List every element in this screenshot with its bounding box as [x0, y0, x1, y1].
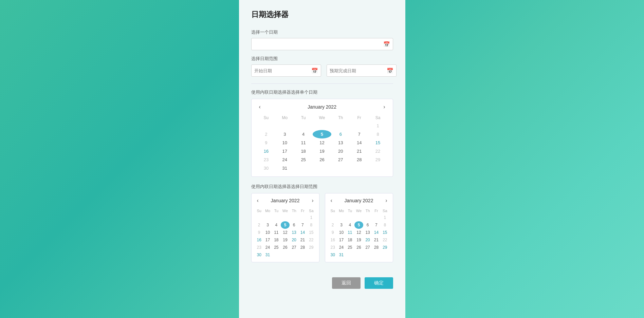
calendar-day[interactable]: 31 — [275, 164, 294, 172]
calendar-day[interactable]: 8 — [381, 221, 389, 229]
calendar-day[interactable]: 26 — [313, 155, 331, 164]
calendar-day[interactable]: 5 — [281, 221, 290, 229]
calendar-day[interactable]: 12 — [313, 138, 331, 147]
right-cal-next[interactable]: › — [383, 197, 389, 204]
calendar-day[interactable]: 27 — [290, 244, 298, 251]
calendar-day[interactable]: 6 — [290, 221, 298, 229]
calendar-day[interactable]: 16 — [255, 236, 263, 244]
calendar-day[interactable]: 14 — [298, 229, 307, 236]
calendar-day[interactable]: 8 — [369, 130, 387, 138]
calendar-day[interactable]: 22 — [307, 236, 315, 244]
calendar-day[interactable]: 5 — [313, 130, 331, 138]
calendar-day[interactable]: 4 — [272, 221, 280, 229]
calendar-day[interactable]: 17 — [263, 236, 272, 244]
start-date-input[interactable] — [254, 68, 311, 73]
calendar-day[interactable]: 15 — [307, 229, 315, 236]
calendar-day[interactable]: 26 — [354, 244, 364, 251]
calendar-day[interactable]: 2 — [255, 221, 263, 229]
calendar-day[interactable]: 27 — [331, 155, 350, 164]
start-date-calendar-icon[interactable]: 📅 — [311, 68, 318, 74]
calendar-day[interactable]: 31 — [263, 251, 272, 259]
calendar-day[interactable]: 30 — [257, 164, 276, 172]
calendar-day[interactable]: 4 — [294, 130, 313, 138]
cancel-button[interactable]: 返回 — [332, 277, 361, 289]
single-date-input[interactable] — [254, 42, 383, 47]
calendar-day[interactable]: 24 — [275, 155, 294, 164]
left-cal-prev[interactable]: ‹ — [255, 197, 261, 204]
calendar-day[interactable]: 29 — [307, 244, 315, 251]
calendar-day[interactable]: 3 — [263, 221, 272, 229]
calendar-day[interactable]: 27 — [363, 244, 372, 251]
calendar-day[interactable]: 19 — [313, 147, 331, 155]
calendar-day[interactable]: 29 — [381, 244, 389, 251]
confirm-button[interactable]: 确定 — [365, 277, 393, 289]
calendar-day[interactable]: 9 — [255, 229, 263, 236]
calendar-day[interactable]: 11 — [272, 229, 280, 236]
calendar-day[interactable]: 13 — [290, 229, 298, 236]
calendar-day[interactable]: 24 — [263, 244, 272, 251]
calendar-day[interactable]: 6 — [363, 221, 372, 229]
calendar-day[interactable]: 10 — [337, 229, 346, 236]
calendar-day[interactable]: 24 — [337, 244, 346, 251]
calendar-day[interactable]: 17 — [337, 236, 346, 244]
calendar-day[interactable]: 7 — [372, 221, 381, 229]
calendar-day[interactable]: 21 — [350, 147, 369, 155]
calendar-day[interactable]: 2 — [329, 221, 337, 229]
calendar-day[interactable]: 4 — [346, 221, 354, 229]
calendar-day[interactable]: 30 — [255, 251, 263, 259]
calendar-day[interactable]: 29 — [369, 155, 387, 164]
calendar-day[interactable]: 21 — [372, 236, 381, 244]
calendar-day[interactable]: 20 — [363, 236, 372, 244]
calendar-day[interactable]: 11 — [346, 229, 354, 236]
calendar-day[interactable]: 19 — [281, 236, 290, 244]
calendar-day[interactable]: 20 — [331, 147, 350, 155]
calendar-day[interactable]: 3 — [275, 130, 294, 138]
calendar-day[interactable]: 10 — [275, 138, 294, 147]
calendar-day[interactable]: 14 — [372, 229, 381, 236]
calendar-day[interactable]: 31 — [337, 251, 346, 259]
calendar-day[interactable]: 9 — [257, 138, 276, 147]
calendar-day[interactable]: 23 — [257, 155, 276, 164]
calendar-day[interactable]: 28 — [298, 244, 307, 251]
calendar-day[interactable]: 7 — [298, 221, 307, 229]
calendar-day[interactable]: 21 — [298, 236, 307, 244]
calendar-day[interactable]: 12 — [281, 229, 290, 236]
calendar-day[interactable]: 20 — [290, 236, 298, 244]
calendar-day[interactable]: 30 — [329, 251, 337, 259]
calendar-day[interactable]: 14 — [350, 138, 369, 147]
end-date-input[interactable] — [330, 68, 387, 73]
calendar-day[interactable]: 1 — [307, 214, 315, 221]
calendar-day[interactable]: 28 — [350, 155, 369, 164]
calendar-day[interactable]: 15 — [369, 138, 387, 147]
calendar-day[interactable]: 13 — [331, 138, 350, 147]
calendar-day[interactable]: 18 — [294, 147, 313, 155]
calendar-day[interactable]: 16 — [329, 236, 337, 244]
calendar-day[interactable]: 10 — [263, 229, 272, 236]
calendar-day[interactable]: 25 — [294, 155, 313, 164]
calendar-day[interactable]: 22 — [381, 236, 389, 244]
calendar-day[interactable]: 28 — [372, 244, 381, 251]
single-cal-prev[interactable]: ‹ — [257, 103, 263, 111]
right-cal-prev[interactable]: ‹ — [329, 197, 334, 204]
calendar-day[interactable]: 13 — [363, 229, 372, 236]
calendar-day[interactable]: 6 — [331, 130, 350, 138]
left-cal-next[interactable]: › — [310, 197, 315, 204]
calendar-day[interactable]: 23 — [255, 244, 263, 251]
calendar-day[interactable]: 18 — [272, 236, 280, 244]
calendar-day[interactable]: 3 — [337, 221, 346, 229]
calendar-day[interactable]: 18 — [346, 236, 354, 244]
single-cal-next[interactable]: › — [381, 103, 387, 111]
calendar-day[interactable]: 19 — [354, 236, 364, 244]
calendar-day[interactable]: 23 — [329, 244, 337, 251]
calendar-day[interactable]: 12 — [354, 229, 364, 236]
calendar-day[interactable]: 11 — [294, 138, 313, 147]
calendar-day[interactable]: 1 — [381, 214, 389, 221]
calendar-day[interactable]: 15 — [381, 229, 389, 236]
calendar-day[interactable]: 5 — [354, 221, 364, 229]
calendar-day[interactable]: 17 — [275, 147, 294, 155]
single-date-calendar-icon[interactable]: 📅 — [383, 41, 390, 48]
calendar-day[interactable]: 25 — [346, 244, 354, 251]
calendar-day[interactable]: 25 — [272, 244, 280, 251]
calendar-day[interactable]: 1 — [369, 121, 387, 130]
end-date-calendar-icon[interactable]: 📅 — [387, 68, 393, 74]
